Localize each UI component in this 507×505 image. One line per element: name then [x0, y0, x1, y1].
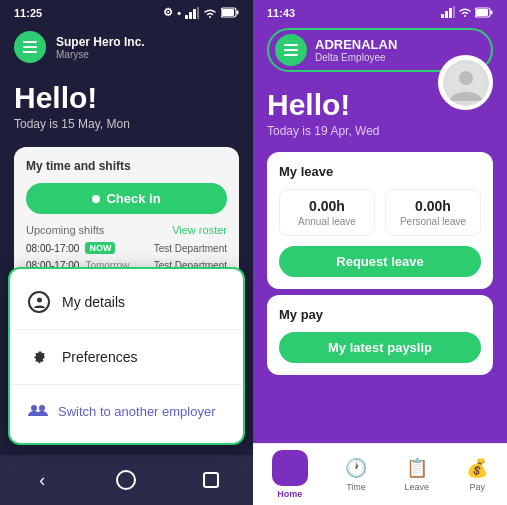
overlay-menu: My details Preferences Switch — [8, 267, 245, 445]
nav-recents-button[interactable] — [197, 466, 225, 494]
avatar-image — [446, 63, 486, 103]
svg-rect-5 — [237, 11, 239, 15]
left-bottom-nav: ‹ — [0, 455, 253, 505]
right-company-info: ADRENALAN Delta Employee — [315, 37, 397, 63]
left-date: Today is 15 May, Mon — [14, 117, 239, 131]
time-icon: 🕐 — [345, 457, 367, 479]
switch-employer-label: Switch to another employer — [58, 404, 216, 419]
avatar — [438, 55, 493, 110]
left-card-title: My time and shifts — [26, 159, 227, 173]
right-phone: 11:43 ADRENALAN — [253, 0, 507, 505]
svg-point-18 — [459, 71, 473, 85]
nav-time-item[interactable]: 🕐 Time — [335, 451, 377, 498]
battery-icon-right — [475, 7, 493, 18]
svg-rect-1 — [189, 12, 192, 19]
left-status-bar: 11:25 ⚙ • — [0, 0, 253, 23]
right-status-icons — [441, 6, 493, 20]
view-roster-link[interactable]: View roster — [172, 224, 227, 236]
leave-icon: 📋 — [406, 457, 428, 479]
shift-row: 08:00-17:00 NOW Test Department — [26, 242, 227, 254]
svg-rect-10 — [441, 14, 444, 18]
leave-card-title: My leave — [279, 164, 481, 179]
svg-rect-15 — [491, 11, 493, 15]
home-icon-bg: ⌂ — [272, 450, 308, 486]
right-time: 11:43 — [267, 7, 295, 19]
time-nav-label: Time — [346, 482, 366, 492]
left-company-subtitle: Maryse — [56, 49, 145, 60]
my-details-item[interactable]: My details — [10, 279, 243, 325]
leave-card: My leave 0.00h Annual leave 0.00h Person… — [267, 152, 493, 289]
svg-rect-12 — [449, 8, 452, 18]
check-in-label: Check in — [106, 191, 160, 206]
svg-rect-0 — [185, 15, 188, 19]
personal-leave-box: 0.00h Personal leave — [385, 189, 481, 236]
leave-nav-label: Leave — [404, 482, 429, 492]
shift-dept-1: Test Department — [154, 243, 227, 254]
annual-leave-box: 0.00h Annual leave — [279, 189, 375, 236]
preferences-label: Preferences — [62, 349, 137, 365]
menu-divider-2 — [10, 384, 243, 385]
left-phone: 11:25 ⚙ • — [0, 0, 253, 505]
home-nav-label: Home — [277, 489, 302, 499]
signal-icon-right — [441, 6, 455, 18]
switch-employer-item[interactable]: Switch to another employer — [10, 389, 243, 433]
svg-point-9 — [39, 405, 45, 411]
switch-icon — [28, 401, 48, 421]
left-top-bar: Super Hero Inc. Maryse — [0, 23, 253, 71]
left-hello-section: Hello! Today is 15 May, Mon — [0, 71, 253, 139]
shift-time-1: 08:00-17:00 — [26, 243, 79, 254]
wifi-icon-right — [458, 6, 472, 18]
svg-point-7 — [37, 297, 42, 302]
gear-icon — [30, 348, 48, 366]
right-date: Today is 19 Apr, Wed — [267, 124, 493, 138]
nav-pay-item[interactable]: 💰 Pay — [456, 451, 498, 498]
nav-back-button[interactable]: ‹ — [28, 466, 56, 494]
right-company-name: ADRENALAN — [315, 37, 397, 52]
my-details-label: My details — [62, 294, 125, 310]
upcoming-label: Upcoming shifts — [26, 224, 104, 236]
wifi-icon — [203, 7, 217, 19]
annual-leave-value: 0.00h — [284, 198, 370, 214]
svg-rect-6 — [222, 9, 234, 16]
svg-rect-11 — [445, 11, 448, 18]
right-company-subtitle: Delta Employee — [315, 52, 397, 63]
nav-leave-item[interactable]: 📋 Leave — [394, 451, 439, 498]
upcoming-shifts-header: Upcoming shifts View roster — [26, 224, 227, 236]
settings-icon: ⚙ — [163, 6, 173, 19]
annual-leave-label: Annual leave — [284, 216, 370, 227]
left-company-info: Super Hero Inc. Maryse — [56, 35, 145, 60]
right-hamburger-icon[interactable] — [275, 34, 307, 66]
svg-rect-16 — [476, 9, 488, 16]
pay-card: My pay My latest payslip — [267, 295, 493, 375]
left-time: 11:25 — [14, 7, 42, 19]
signal-icon — [185, 7, 199, 19]
hamburger-icon[interactable] — [14, 31, 46, 63]
left-greeting: Hello! — [14, 81, 239, 115]
payslip-button[interactable]: My latest payslip — [279, 332, 481, 363]
svg-rect-13 — [453, 6, 455, 18]
right-status-bar: 11:43 — [253, 0, 507, 24]
home-icon: ⌂ — [284, 458, 295, 479]
right-bottom-nav: ⌂ Home 🕐 Time 📋 Leave 💰 Pay — [253, 443, 507, 505]
left-time-card: My time and shifts Check in Upcoming shi… — [14, 147, 239, 283]
personal-leave-value: 0.00h — [390, 198, 476, 214]
check-in-button[interactable]: Check in — [26, 183, 227, 214]
preferences-item[interactable]: Preferences — [10, 334, 243, 380]
menu-divider-1 — [10, 329, 243, 330]
pay-icon: 💰 — [466, 457, 488, 479]
pay-nav-label: Pay — [470, 482, 486, 492]
check-in-dot — [92, 195, 100, 203]
left-company-name: Super Hero Inc. — [56, 35, 145, 49]
avatar-inner — [443, 60, 489, 106]
leave-values-row: 0.00h Annual leave 0.00h Personal leave — [279, 189, 481, 236]
svg-rect-2 — [193, 9, 196, 19]
pay-card-title: My pay — [279, 307, 481, 322]
nav-home-item[interactable]: ⌂ Home — [262, 444, 318, 505]
dot-icon: • — [177, 7, 181, 19]
nav-home-button[interactable] — [112, 466, 140, 494]
request-leave-button[interactable]: Request leave — [279, 246, 481, 277]
battery-icon — [221, 7, 239, 18]
person-icon — [28, 291, 50, 313]
left-status-icons: ⚙ • — [163, 6, 239, 19]
svg-point-8 — [31, 405, 37, 411]
